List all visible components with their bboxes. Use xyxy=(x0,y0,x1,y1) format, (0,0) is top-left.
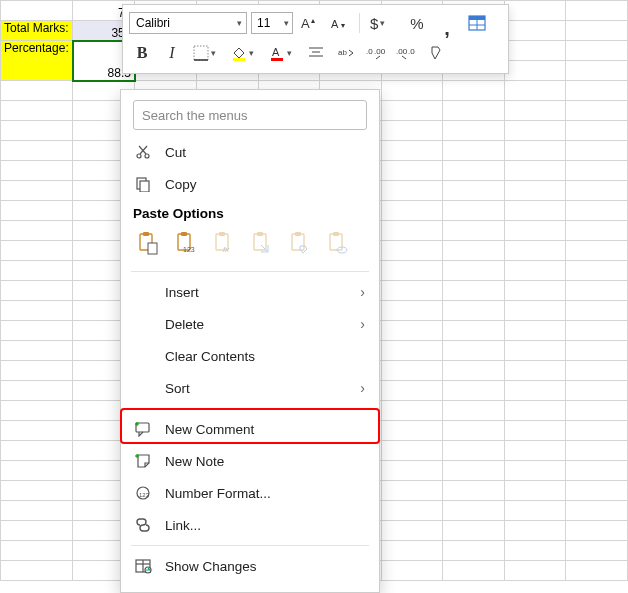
cell[interactable] xyxy=(504,61,566,81)
cell[interactable] xyxy=(1,241,73,261)
menu-show-changes[interactable]: Show Changes xyxy=(121,550,379,582)
cell[interactable] xyxy=(504,321,566,341)
cell[interactable] xyxy=(566,341,628,361)
cell[interactable] xyxy=(443,341,505,361)
cell[interactable] xyxy=(443,301,505,321)
cell[interactable] xyxy=(1,361,73,381)
cell[interactable] xyxy=(1,481,73,501)
increase-font-button[interactable]: A▴ xyxy=(297,11,323,35)
cell[interactable] xyxy=(381,241,443,261)
paste-link-button[interactable] xyxy=(323,227,353,259)
cell[interactable] xyxy=(1,161,73,181)
cell[interactable] xyxy=(504,241,566,261)
cell[interactable] xyxy=(443,321,505,341)
cell[interactable] xyxy=(504,21,566,41)
cell[interactable] xyxy=(566,121,628,141)
cell[interactable] xyxy=(504,301,566,321)
paste-values-button[interactable]: 123 xyxy=(171,227,201,259)
cell[interactable] xyxy=(381,181,443,201)
menu-delete[interactable]: Delete › xyxy=(121,308,379,340)
cell[interactable] xyxy=(443,541,505,561)
cell[interactable] xyxy=(381,541,443,561)
cell[interactable] xyxy=(504,501,566,521)
cell[interactable] xyxy=(1,541,73,561)
cell[interactable] xyxy=(381,421,443,441)
cell[interactable] xyxy=(443,81,505,101)
cell[interactable] xyxy=(381,441,443,461)
cell[interactable] xyxy=(1,501,73,521)
cell[interactable] xyxy=(1,321,73,341)
cell[interactable] xyxy=(381,201,443,221)
menu-cut[interactable]: Cut xyxy=(121,136,379,168)
cell[interactable] xyxy=(566,281,628,301)
cell[interactable] xyxy=(1,461,73,481)
cell[interactable] xyxy=(1,261,73,281)
cell[interactable] xyxy=(443,561,505,581)
cell[interactable] xyxy=(381,81,443,101)
cell[interactable] xyxy=(381,361,443,381)
cell[interactable] xyxy=(443,181,505,201)
cell[interactable] xyxy=(566,401,628,421)
cell[interactable] xyxy=(1,421,73,441)
cell[interactable] xyxy=(1,81,73,101)
cell[interactable] xyxy=(504,461,566,481)
cell[interactable] xyxy=(443,361,505,381)
cell[interactable] xyxy=(443,381,505,401)
cell-label[interactable]: Total Marks: xyxy=(1,21,73,41)
menu-number-format[interactable]: 123 Number Format... xyxy=(121,477,379,509)
cell[interactable] xyxy=(504,401,566,421)
paste-button[interactable] xyxy=(133,227,163,259)
cell[interactable] xyxy=(381,381,443,401)
cell[interactable] xyxy=(566,301,628,321)
cell[interactable] xyxy=(566,1,628,21)
decrease-decimal-button[interactable]: .00.0 xyxy=(393,41,419,65)
font-size-select[interactable]: 11 ▾ xyxy=(251,12,293,34)
cell[interactable] xyxy=(1,521,73,541)
cell[interactable] xyxy=(566,261,628,281)
menu-new-comment[interactable]: New Comment xyxy=(121,413,379,445)
cell[interactable] xyxy=(566,421,628,441)
italic-button[interactable]: I xyxy=(159,41,185,65)
cell[interactable] xyxy=(566,101,628,121)
merge-center-button[interactable]: ab xyxy=(333,41,359,65)
cell[interactable] xyxy=(1,101,73,121)
paste-formulas-button[interactable]: fx xyxy=(209,227,239,259)
cell[interactable] xyxy=(504,361,566,381)
format-painter-button[interactable] xyxy=(423,41,449,65)
cell[interactable] xyxy=(566,501,628,521)
cell[interactable] xyxy=(504,121,566,141)
menu-insert[interactable]: Insert › xyxy=(121,276,379,308)
cell[interactable] xyxy=(1,401,73,421)
comma-style-button[interactable]: , xyxy=(434,11,460,35)
cell[interactable] xyxy=(1,121,73,141)
cell[interactable] xyxy=(504,441,566,461)
cell[interactable] xyxy=(1,1,73,21)
cell[interactable] xyxy=(504,101,566,121)
percent-button[interactable]: % xyxy=(404,11,430,35)
paste-formatting-button[interactable] xyxy=(285,227,315,259)
cell[interactable] xyxy=(381,481,443,501)
cell[interactable] xyxy=(443,281,505,301)
cell[interactable] xyxy=(504,561,566,581)
cell[interactable] xyxy=(504,221,566,241)
cell[interactable] xyxy=(381,121,443,141)
cell[interactable] xyxy=(381,321,443,341)
cell[interactable] xyxy=(381,301,443,321)
cell[interactable] xyxy=(381,261,443,281)
currency-button[interactable]: $▾ xyxy=(366,11,400,35)
cell[interactable] xyxy=(443,141,505,161)
cell[interactable] xyxy=(381,401,443,421)
cell[interactable] xyxy=(381,521,443,541)
cell[interactable] xyxy=(1,441,73,461)
cell[interactable] xyxy=(381,141,443,161)
cell[interactable] xyxy=(504,181,566,201)
cell[interactable] xyxy=(443,521,505,541)
cell[interactable] xyxy=(443,121,505,141)
cell[interactable] xyxy=(1,181,73,201)
fill-color-button[interactable]: ▾ xyxy=(227,41,261,65)
cell[interactable] xyxy=(1,301,73,321)
cell[interactable] xyxy=(566,161,628,181)
cell[interactable] xyxy=(566,461,628,481)
cell[interactable] xyxy=(566,221,628,241)
cell[interactable] xyxy=(381,461,443,481)
